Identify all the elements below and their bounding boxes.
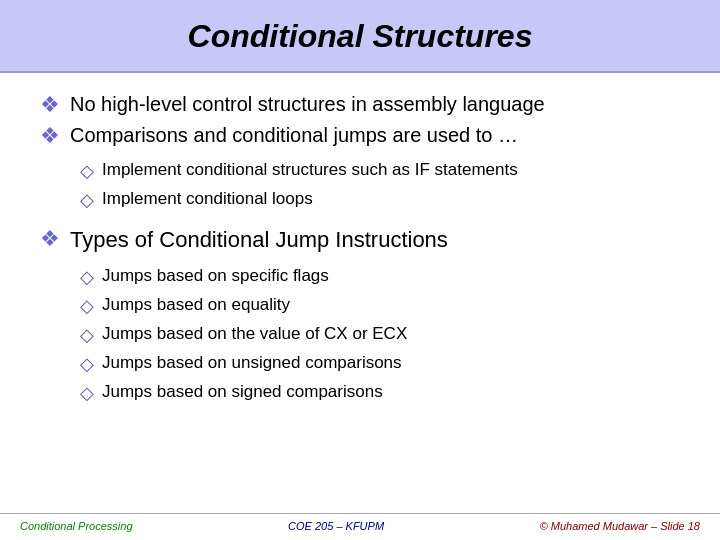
footer: Conditional Processing COE 205 – KFUPM ©… xyxy=(0,513,720,540)
main-bullet-1: ❖ No high-level control structures in as… xyxy=(40,91,680,118)
sub-bullets-3: ◇ Jumps based on specific flags ◇ Jumps … xyxy=(80,265,680,410)
sub-bullet-2b-text: Implement conditional loops xyxy=(102,188,313,210)
sub-diamond-icon-3c: ◇ xyxy=(80,324,94,346)
slide-content: ❖ No high-level control structures in as… xyxy=(0,73,720,513)
sub-bullets-2: ◇ Implement conditional structures such … xyxy=(80,159,680,217)
main-bullet-2: ❖ Comparisons and conditional jumps are … xyxy=(40,122,680,149)
main-bullet-1-text: No high-level control structures in asse… xyxy=(70,91,545,118)
sub-bullet-3d-text: Jumps based on unsigned comparisons xyxy=(102,352,402,374)
sub-diamond-icon-3e: ◇ xyxy=(80,382,94,404)
diamond-icon-2: ❖ xyxy=(40,123,60,149)
footer-center: COE 205 – KFUPM xyxy=(288,520,384,532)
sub-diamond-icon-2a: ◇ xyxy=(80,160,94,182)
sub-bullet-3c: ◇ Jumps based on the value of CX or ECX xyxy=(80,323,680,346)
main-bullet-3-text: Types of Conditional Jump Instructions xyxy=(70,225,448,255)
sub-diamond-icon-3a: ◇ xyxy=(80,266,94,288)
sub-bullet-2a: ◇ Implement conditional structures such … xyxy=(80,159,680,182)
sub-diamond-icon-3d: ◇ xyxy=(80,353,94,375)
slide: Conditional Structures ❖ No high-level c… xyxy=(0,0,720,540)
slide-title: Conditional Structures xyxy=(188,18,533,54)
diamond-icon-3: ❖ xyxy=(40,226,60,252)
sub-bullet-3c-text: Jumps based on the value of CX or ECX xyxy=(102,323,407,345)
sub-bullet-3d: ◇ Jumps based on unsigned comparisons xyxy=(80,352,680,375)
sub-bullet-3a: ◇ Jumps based on specific flags xyxy=(80,265,680,288)
sub-diamond-icon-3b: ◇ xyxy=(80,295,94,317)
diamond-icon-1: ❖ xyxy=(40,92,60,118)
sub-diamond-icon-2b: ◇ xyxy=(80,189,94,211)
sub-bullet-2b: ◇ Implement conditional loops xyxy=(80,188,680,211)
title-bar: Conditional Structures xyxy=(0,0,720,73)
main-bullet-2-text: Comparisons and conditional jumps are us… xyxy=(70,122,518,149)
footer-right: © Muhamed Mudawar – Slide 18 xyxy=(540,520,700,532)
sub-bullet-3b: ◇ Jumps based on equality xyxy=(80,294,680,317)
main-bullet-3: ❖ Types of Conditional Jump Instructions xyxy=(40,225,680,255)
sub-bullet-3b-text: Jumps based on equality xyxy=(102,294,290,316)
sub-bullet-3a-text: Jumps based on specific flags xyxy=(102,265,329,287)
sub-bullet-2a-text: Implement conditional structures such as… xyxy=(102,159,518,181)
sub-bullet-3e-text: Jumps based on signed comparisons xyxy=(102,381,383,403)
footer-left: Conditional Processing xyxy=(20,520,133,532)
sub-bullet-3e: ◇ Jumps based on signed comparisons xyxy=(80,381,680,404)
